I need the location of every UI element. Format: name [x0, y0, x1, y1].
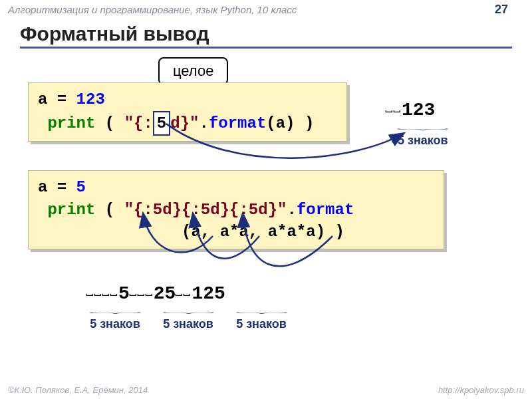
- pad-markers: ⎵⎵: [386, 104, 402, 116]
- code-keyword: print: [47, 114, 95, 132]
- slide-title: Форматный вывод: [20, 23, 512, 49]
- pad-markers: ⎵⎵⎵⎵: [86, 287, 118, 299]
- code-line: print ( "{:5d}".format(a) ): [38, 111, 337, 136]
- footer-url: http://kpolyakov.spb.ru: [438, 385, 524, 395]
- code-line: a = 123: [38, 88, 337, 111]
- code-string: "{:: [124, 114, 153, 132]
- callout-integer: целое: [158, 57, 228, 85]
- code-text: .: [199, 114, 208, 132]
- output-value: 25: [154, 283, 176, 304]
- course-header: Алгоритмизация и программирование, язык …: [8, 4, 524, 15]
- curly-brace-icon: ⏟: [90, 306, 141, 315]
- code-number: 123: [76, 90, 105, 108]
- code-method: format: [209, 114, 266, 132]
- output-2: ⎵⎵⎵⎵5⎵⎵⎵25⎵⎵125: [86, 283, 225, 304]
- output-value: 5: [118, 283, 130, 304]
- code-block-1: a = 123 print ( "{:5d}".format(a) ): [28, 82, 347, 142]
- code-string: "{:5d}{:5d}{:5d}": [124, 201, 287, 219]
- width-label: 5 знаков: [78, 317, 152, 331]
- code-text: (: [95, 114, 124, 132]
- output-value: 125: [192, 283, 225, 304]
- brace-group-2: ⏟⏟⏟ 5 знаков5 знаков5 знаков: [78, 303, 298, 331]
- pad-markers: ⎵⎵: [176, 287, 192, 299]
- code-text: (a, a*a, a*a*a) ): [38, 223, 344, 241]
- code-text: a =: [38, 178, 76, 196]
- page-number: 27: [495, 3, 508, 17]
- width-label: 5 знаков: [398, 134, 448, 147]
- slide: Алгоритмизация и программирование, язык …: [0, 0, 532, 399]
- output-value: 123: [402, 100, 435, 120]
- code-text: a =: [38, 90, 76, 108]
- output-1: ⎵⎵123: [386, 100, 435, 120]
- width-label: 5 знаков: [225, 317, 298, 331]
- curly-brace-icon: ⏟: [163, 306, 214, 315]
- code-line: a = 5: [38, 176, 434, 199]
- code-text: .: [287, 201, 296, 219]
- curly-brace-icon: ⏟: [236, 306, 287, 315]
- code-block-2: a = 5 print ( "{:5d}{:5d}{:5d}".format (…: [28, 170, 444, 249]
- code-text: (a) ): [266, 114, 314, 132]
- pad-markers: ⎵⎵⎵: [130, 287, 154, 299]
- brace-group-1: ⏟ 5 знаков: [398, 120, 448, 148]
- code-keyword: print: [47, 201, 95, 219]
- code-text: (: [95, 201, 124, 219]
- code-string: d}": [170, 114, 199, 132]
- footer-copyright: ©К.Ю. Поляков, Е.А. Ерёмин, 2014: [8, 385, 148, 395]
- highlight-width-5: 5: [153, 111, 170, 136]
- width-label: 5 знаков: [152, 317, 225, 331]
- curly-brace-icon: ⏟: [397, 122, 448, 131]
- code-number: 5: [76, 178, 86, 196]
- code-method: format: [297, 201, 354, 219]
- code-line: print ( "{:5d}{:5d}{:5d}".format: [38, 199, 434, 221]
- code-line: (a, a*a, a*a*a) ): [38, 221, 434, 243]
